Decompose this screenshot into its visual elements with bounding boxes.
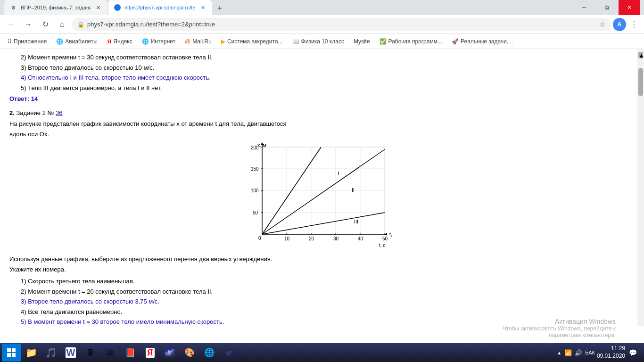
title-bar: ⚙ ВПР–2019, физика–7: задания, ... ✕ htt… (0, 0, 644, 15)
scrollbar[interactable]: ▲ (637, 49, 644, 326)
network-icon: 📶 (564, 349, 572, 356)
lock-icon: 🔒 (77, 21, 84, 28)
taskbar-app-red[interactable]: 📕 (121, 344, 140, 362)
profile-button[interactable]: A (613, 18, 626, 31)
rabochaya-label: Рабочая программ... (388, 38, 442, 45)
taskbar: 📁 🎵 W 🖩 🛍 📕 Я 🌌 🎨 🌐 ℯ ▲ 📶 🔊 БАК (0, 343, 644, 362)
svg-text:III: III (354, 219, 358, 224)
svg-marker-12 (385, 233, 387, 236)
file-explorer-icon: 📁 (25, 347, 37, 358)
sistema-icon: ▶ (221, 38, 225, 45)
taskbar-chrome[interactable]: 🌐 (200, 344, 219, 362)
bookmark-mailru[interactable]: @ Mail.Ru (181, 37, 215, 46)
taskbar-app-calculator[interactable]: 🖩 (81, 344, 100, 362)
taskbar-app-media[interactable]: 🎵 (41, 344, 60, 362)
window-controls: ─ ⧉ ✕ (573, 0, 640, 15)
taskbar-app-word[interactable]: W (61, 344, 80, 362)
bookmark-mysite[interactable]: Mysite (350, 37, 374, 46)
bookmark-star-icon[interactable]: ☆ (599, 20, 605, 29)
svg-text:100: 100 (251, 188, 259, 193)
bookmark-apps[interactable]: ⠿ Приложения (4, 37, 50, 46)
menu-button[interactable]: ⋮ (628, 17, 640, 32)
clock[interactable]: 11:29 09.01.2020 (597, 345, 625, 360)
svg-text:I: I (338, 171, 339, 176)
prefix-item-2: 3) Второе тело двигалось со скоростью 10… (21, 63, 628, 73)
app-red-icon: 📕 (125, 347, 135, 358)
home-button[interactable]: ⌂ (55, 17, 70, 32)
yandex-label: Яндекс (113, 38, 132, 45)
apps-label: Приложения (14, 38, 47, 45)
taskbar-app-paint[interactable]: 🎨 (180, 344, 199, 362)
internet-label: Интернет (151, 38, 175, 45)
svg-text:II: II (352, 187, 355, 193)
notification-icon: 💬 (629, 349, 637, 356)
notification-button[interactable]: 💬 (627, 347, 638, 358)
bookmark-sistema[interactable]: ▶ Система аккредита... (217, 37, 287, 46)
maximize-button[interactable]: ⧉ (596, 0, 618, 15)
bookmark-aviabilety[interactable]: 🌐 Авиабилеты (52, 37, 101, 46)
taskbar-file-explorer[interactable]: 📁 (22, 344, 41, 362)
activation-desc1: Чтобы активировать Windows, перейдите к (503, 325, 616, 332)
minimize-button[interactable]: ─ (573, 0, 595, 15)
mailru-label: Mail.Ru (192, 38, 212, 45)
sistema-label: Система аккредита... (227, 38, 283, 45)
svg-text:50: 50 (382, 236, 388, 241)
space-icon: 🌌 (165, 347, 175, 358)
tab-1[interactable]: ⚙ ВПР–2019, физика–7: задания, ... ✕ (4, 0, 107, 15)
task2-item-1: 1) Скорость третьего тела наименьшая. (21, 277, 628, 286)
svg-rect-52 (7, 348, 11, 352)
mysite-label: Mysite (354, 38, 370, 45)
clock-date: 09.01.2020 (597, 353, 625, 360)
address-bar[interactable]: 🔒 phys7-vpr.sdamgia.ru/test?theme=2&prin… (72, 18, 611, 31)
back-button[interactable]: ← (4, 17, 19, 32)
tab-2[interactable]: https://phys7-vpr.sdamgia.ru/tes... ✕ (108, 0, 212, 15)
task2-link[interactable]: 36 (56, 109, 62, 116)
new-tab-button[interactable]: + (213, 2, 226, 15)
svg-text:t, c: t, c (389, 231, 394, 237)
mailru-icon: @ (185, 38, 190, 45)
bookmark-rabochaya[interactable]: ✅ Рабочая программ... (376, 37, 446, 46)
svg-rect-54 (7, 353, 11, 357)
svg-text:t, c: t, c (379, 243, 385, 248)
bookmark-fizika10[interactable]: 📖 Физика 10 класс (289, 37, 348, 46)
yandex-taskbar-icon: Я (146, 348, 155, 358)
start-button[interactable] (2, 344, 21, 362)
taskbar-app-space[interactable]: 🌌 (160, 344, 179, 362)
svg-text:200: 200 (251, 145, 259, 150)
task2-num: 2. (9, 109, 15, 116)
tab1-close[interactable]: ✕ (94, 4, 102, 11)
taskbar-app-store[interactable]: 🛍 (101, 344, 120, 362)
close-button[interactable]: ✕ (619, 0, 640, 15)
bookmark-yandex[interactable]: Я Яндекс (103, 37, 136, 46)
taskbar-ie[interactable]: ℯ (220, 344, 239, 362)
page-content[interactable]: 2) Момент времени t = 30 секунд соответс… (0, 49, 637, 326)
fizika-icon: 📖 (292, 38, 299, 45)
svg-text:30: 30 (333, 236, 339, 241)
tab2-favicon (114, 4, 121, 11)
bookmark-realnye[interactable]: 🚀 Реальные задачи.... (448, 37, 517, 46)
aviabilety-label: Авиабилеты (65, 38, 98, 45)
forward-button[interactable]: → (21, 17, 36, 32)
media-icon: 🎵 (45, 347, 57, 358)
task2-use2: Укажите их номера. (9, 265, 628, 274)
taskbar-app-yandex[interactable]: Я (140, 344, 159, 362)
activation-desc2: параметрам компьютера. (503, 332, 616, 338)
bookmarks-bar: ⠿ Приложения 🌐 Авиабилеты Я Яндекс 🌐 Инт… (0, 34, 644, 49)
tray-arrow[interactable]: ▲ (557, 350, 561, 355)
prefix-item-1: 2) Момент времени t = 30 секунд соответс… (21, 53, 628, 62)
tab1-title: ВПР–2019, физика–7: задания, ... (21, 5, 91, 10)
bookmark-internet[interactable]: 🌐 Интернет (138, 37, 179, 46)
tab2-close[interactable]: ✕ (199, 4, 206, 11)
content-area: 2) Момент времени t = 30 секунд соответс… (0, 49, 644, 326)
refresh-button[interactable]: ↻ (38, 17, 53, 32)
scroll-thumb[interactable] (638, 68, 643, 96)
realnye-label: Реальные задачи.... (461, 38, 513, 45)
clock-time: 11:29 (611, 345, 625, 353)
calculator-icon: 🖩 (86, 348, 95, 358)
check-icon: ✅ (380, 38, 387, 45)
task2-desc1: На рисунке представлен график зависимост… (9, 119, 628, 129)
windows-logo-icon (7, 348, 16, 357)
prefix-item-3: 4) Относительно I и III тела, второе тел… (21, 73, 628, 82)
answer-label: Ответ: 14 (9, 95, 38, 102)
answer-prefix: Ответ: 14 (9, 94, 628, 104)
